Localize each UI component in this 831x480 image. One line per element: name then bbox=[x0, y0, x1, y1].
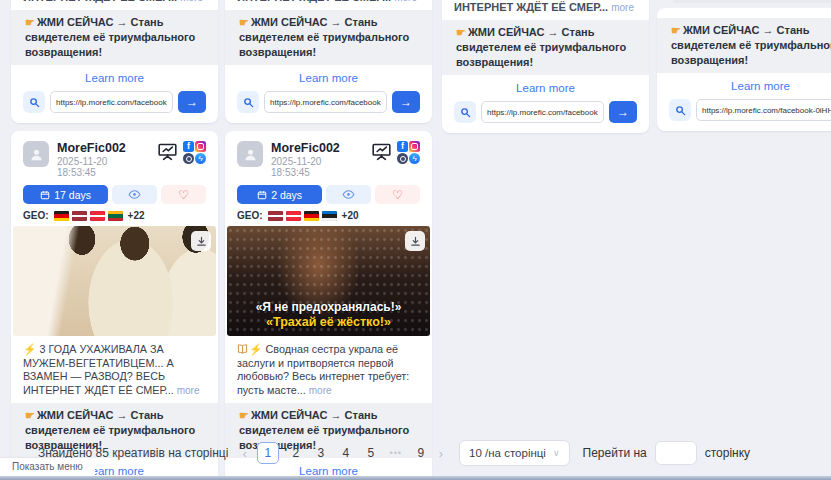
messenger-icon bbox=[409, 153, 420, 164]
facebook-icon bbox=[183, 141, 194, 152]
url-row: → bbox=[454, 101, 637, 123]
landing-url-input[interactable] bbox=[264, 91, 387, 113]
flag-lt-icon bbox=[108, 211, 123, 221]
search-button[interactable] bbox=[237, 91, 259, 113]
geo-row: GEO: +20 bbox=[237, 210, 420, 221]
eye-icon bbox=[128, 188, 141, 201]
favorite-button[interactable]: ♡ bbox=[375, 185, 420, 204]
action-row: 17 days ♡ bbox=[23, 185, 206, 204]
analytics-icon[interactable] bbox=[371, 141, 392, 162]
open-url-button[interactable]: → bbox=[609, 101, 637, 123]
search-button[interactable] bbox=[23, 91, 45, 113]
heart-icon: ♡ bbox=[392, 189, 403, 201]
days-active-button[interactable]: 2 days bbox=[237, 185, 322, 204]
column-2: ИНТЕРНЕТ ЖДЁТ ЕЁ СМЕР... more ☛ЖМИ СЕЙЧА… bbox=[225, 0, 432, 480]
more-link[interactable]: more bbox=[394, 0, 417, 3]
book-icon bbox=[237, 344, 248, 354]
preview-button[interactable] bbox=[112, 185, 157, 204]
profile-info: MoreFic002 2025-11-20 18:53:45 bbox=[271, 141, 363, 178]
page-ellipsis[interactable]: ••• bbox=[388, 448, 404, 458]
search-icon bbox=[460, 107, 471, 118]
page-size-select[interactable]: 10 /на сторінці∨ bbox=[459, 440, 569, 466]
timestamp: 2025-11-20 18:53:45 bbox=[57, 156, 149, 178]
truncated-body-text: ИНТЕРНЕТ ЖДЁТ ЕЁ СМЕР... more bbox=[237, 0, 420, 4]
open-url-button[interactable]: → bbox=[392, 91, 420, 113]
more-link[interactable]: more bbox=[611, 2, 634, 13]
flag-at-icon bbox=[286, 211, 301, 221]
show-menu-tab[interactable]: Показать меню bbox=[0, 458, 95, 476]
pointing-hand-icon: ☛ bbox=[671, 24, 681, 36]
search-button[interactable] bbox=[454, 101, 476, 123]
heart-icon: ♡ bbox=[178, 189, 189, 201]
search-button[interactable] bbox=[669, 99, 691, 121]
learn-more-link[interactable]: Learn more bbox=[669, 80, 831, 92]
download-icon bbox=[196, 236, 207, 247]
truncated-body-text: ИНТЕРНЕТ ЖДЁТ ЕЁ СМЕР... more bbox=[454, 0, 637, 14]
preview-button[interactable] bbox=[326, 185, 371, 204]
cta-box: ☛ЖМИ СЕЙЧАС → Стань свидетелем её триумф… bbox=[225, 10, 432, 65]
pointing-hand-icon: ☛ bbox=[239, 409, 249, 421]
more-link[interactable]: more bbox=[180, 0, 203, 3]
creative-card-main-2: MoreFic002 2025-11-20 18:53:45 2 days ♡ bbox=[225, 131, 432, 480]
profile-icons bbox=[371, 141, 420, 164]
creative-image[interactable]: «Я не предохранялась!» «Трахай её жёстко… bbox=[227, 226, 430, 336]
audience-network-icon bbox=[183, 153, 194, 164]
more-link[interactable]: more bbox=[309, 385, 332, 396]
pointing-hand-icon: ☛ bbox=[25, 409, 35, 421]
flag-ee-icon bbox=[322, 211, 337, 221]
cta-text: ЖМИ СЕЙЧАС → Стань свидетелем её триумфа… bbox=[25, 16, 195, 58]
page-button-3[interactable]: 3 bbox=[313, 446, 329, 460]
creative-image[interactable] bbox=[13, 226, 216, 336]
page-button-4[interactable]: 4 bbox=[338, 446, 354, 460]
lightning-icon: ⚡ bbox=[23, 343, 36, 355]
overlay-line-2: «Трахай её жёстко!» bbox=[227, 315, 430, 330]
prev-page-button[interactable]: ‹ bbox=[241, 446, 247, 461]
geo-more-count[interactable]: +22 bbox=[128, 210, 145, 221]
download-image-button[interactable] bbox=[191, 231, 211, 251]
pointing-hand-icon: ☛ bbox=[239, 16, 249, 28]
column-4: ☛ЖМИ СЕЙЧАС → Стань свидетелем её триумф… bbox=[657, 0, 831, 131]
cta-text: ЖМИ СЕЙЧАС → Стань свидетелем её триумфа… bbox=[456, 26, 626, 68]
creatives-board: ИНТЕРНЕТ ЖДЁТ ЕЁ СМЕР... more ☛ЖМИ СЕЙЧА… bbox=[0, 0, 831, 480]
creative-card-partial-2: ИНТЕРНЕТ ЖДЁТ ЕЁ СМЕР... more ☛ЖМИ СЕЙЧА… bbox=[225, 0, 432, 123]
page-button-5[interactable]: 5 bbox=[363, 446, 379, 460]
download-image-button[interactable] bbox=[405, 231, 425, 251]
open-url-button[interactable]: → bbox=[178, 91, 206, 113]
page-size-value: 10 /на сторінці bbox=[469, 447, 546, 459]
favorite-button[interactable]: ♡ bbox=[161, 185, 206, 204]
lightning-icon: ⚡ bbox=[249, 343, 262, 355]
learn-more-link[interactable]: Learn more bbox=[454, 82, 637, 94]
flag-lv-icon bbox=[268, 211, 283, 221]
url-row bbox=[669, 99, 831, 121]
avatar bbox=[237, 141, 263, 167]
days-active-button[interactable]: 17 days bbox=[23, 185, 108, 204]
landing-url-input[interactable] bbox=[50, 91, 173, 113]
next-page-button[interactable]: › bbox=[438, 446, 444, 461]
messenger-icon bbox=[195, 153, 206, 164]
body-text: ИНТЕРНЕТ ЖДЁТ ЕЁ СМЕР... bbox=[237, 0, 391, 3]
account-name: MoreFic002 bbox=[271, 141, 363, 155]
calendar-icon bbox=[40, 190, 50, 200]
page-button-9[interactable]: 9 bbox=[413, 446, 429, 460]
landing-url-input[interactable] bbox=[481, 101, 604, 123]
geo-more-count[interactable]: +20 bbox=[342, 210, 359, 221]
flag-at-icon bbox=[90, 211, 105, 221]
landing-url-input[interactable] bbox=[696, 99, 831, 121]
geo-flags bbox=[268, 211, 337, 221]
learn-more-link[interactable]: Learn more bbox=[237, 72, 420, 84]
search-icon bbox=[29, 97, 40, 108]
page-button-2[interactable]: 2 bbox=[288, 446, 304, 460]
page-button-1[interactable]: 1 bbox=[257, 442, 279, 464]
creative-card-partial-4: ☛ЖМИ СЕЙЧАС → Стань свидетелем её триумф… bbox=[657, 8, 831, 131]
url-row: → bbox=[237, 91, 420, 113]
overlay-line-1: «Я не предохранялась!» bbox=[227, 300, 430, 315]
more-link[interactable]: more bbox=[177, 385, 200, 396]
creative-card-main-1: MoreFic002 2025-11-20 18:53:45 17 days bbox=[11, 131, 218, 480]
goto-page-input[interactable] bbox=[655, 441, 697, 465]
analytics-icon[interactable] bbox=[157, 141, 178, 162]
learn-more-link[interactable]: Learn more bbox=[23, 72, 206, 84]
profile-info: MoreFic002 2025-11-20 18:53:45 bbox=[57, 141, 149, 178]
goto-page: Перейти на сторінку bbox=[583, 441, 751, 465]
profile-row: MoreFic002 2025-11-20 18:53:45 bbox=[23, 141, 206, 178]
flag-lv-icon bbox=[72, 211, 87, 221]
